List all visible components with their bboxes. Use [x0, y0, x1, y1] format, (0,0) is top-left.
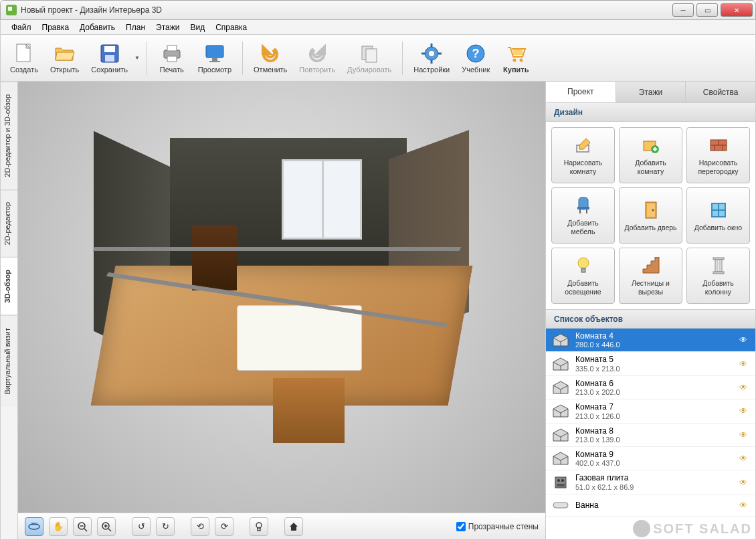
orbit-left-button[interactable]: ⟲ — [191, 517, 209, 536]
object-name: Ванна — [575, 501, 739, 510]
menu-add[interactable]: Добавить — [74, 21, 120, 33]
app-icon — [6, 5, 17, 15]
object-text: Ванна — [575, 501, 739, 510]
vtab-3d[interactable]: 3D-обзор — [1, 257, 17, 315]
visibility-eye-icon[interactable]: 👁 — [739, 478, 750, 487]
object-row[interactable]: Комната 6213.0 x 202.0👁 — [546, 376, 755, 399]
visibility-eye-icon[interactable]: 👁 — [739, 406, 750, 416]
create-button[interactable]: Создать — [6, 40, 42, 76]
minimize-button[interactable]: ─ — [672, 3, 694, 17]
vtab-2d[interactable]: 2D-редактор — [1, 189, 17, 257]
visibility-eye-icon[interactable]: 👁 — [739, 430, 750, 440]
object-text: Комната 5335.0 x 213.0 — [575, 355, 739, 372]
tutorial-button[interactable]: ? Учебник — [458, 40, 494, 76]
stairs-cutouts-button[interactable]: Лестницы и вырезы — [619, 248, 682, 304]
orbit-360-button[interactable]: 360 — [25, 517, 43, 536]
vtab-2d-3d[interactable]: 2D-редактор и 3D-обзор — [1, 82, 17, 189]
menu-file[interactable]: Файл — [6, 21, 37, 33]
visibility-eye-icon[interactable]: 👁 — [739, 335, 750, 345]
folder-open-icon — [54, 43, 76, 64]
menu-view[interactable]: Вид — [185, 21, 210, 33]
rotate-ccw-button[interactable]: ↺ — [132, 517, 151, 536]
add-furniture-button[interactable]: Добавить мебель — [551, 187, 615, 244]
object-dimensions: 213.0 x 139.0 — [575, 436, 739, 444]
visibility-eye-icon[interactable]: 👁 — [739, 454, 750, 463]
svg-point-20 — [513, 58, 516, 62]
object-list[interactable]: Комната 4280.0 x 446.0👁Комната 5335.0 x … — [546, 329, 755, 539]
toolbar-separator — [147, 41, 147, 75]
pan-button[interactable]: ✋ — [49, 517, 68, 536]
svg-text:360: 360 — [31, 522, 38, 526]
menu-floors[interactable]: Этажи — [151, 21, 185, 33]
transparent-walls-input[interactable] — [456, 522, 466, 531]
object-row[interactable]: Газовая плита51.0 x 62.1 x 86.9👁 — [546, 470, 755, 494]
object-row[interactable]: Комната 5335.0 x 213.0👁 — [546, 352, 755, 375]
add-door-button[interactable]: Добавить дверь — [619, 187, 682, 244]
draw-partition-button[interactable]: Нарисовать перегородку — [686, 127, 750, 183]
lighting-button[interactable] — [250, 517, 268, 536]
object-text: Газовая плита51.0 x 62.1 x 86.9 — [575, 473, 739, 490]
window-icon — [708, 199, 729, 221]
add-room-button[interactable]: Добавить комнату — [619, 127, 682, 183]
add-window-button[interactable]: Добавить окно — [686, 187, 750, 244]
svg-rect-22 — [513, 50, 523, 55]
orbit-right-button[interactable]: ⟳ — [215, 517, 233, 536]
brick-wall-icon — [708, 134, 729, 156]
svg-rect-56 — [715, 260, 722, 272]
buy-button[interactable]: Купить — [498, 40, 534, 76]
vtab-virtual[interactable]: Виртуальный визит — [1, 315, 17, 407]
save-dropdown-icon[interactable]: ▼ — [134, 55, 140, 61]
close-button[interactable]: ✕ — [721, 3, 753, 17]
svg-rect-59 — [713, 272, 724, 274]
zoom-out-button[interactable] — [73, 517, 92, 536]
main-area: 2D-редактор и 3D-обзор 2D-редактор 3D-об… — [0, 82, 756, 540]
visibility-eye-icon[interactable]: 👁 — [739, 383, 750, 392]
save-button[interactable]: Сохранить — [87, 40, 132, 76]
rotate-cw-button[interactable]: ↻ — [156, 517, 175, 536]
svg-rect-3 — [105, 55, 114, 62]
object-row[interactable]: Комната 4280.0 x 446.0👁 — [546, 329, 755, 352]
duplicate-button[interactable]: Дублировать — [343, 40, 395, 76]
menu-edit[interactable]: Правка — [37, 21, 75, 33]
preview-button[interactable]: Просмотр — [194, 40, 235, 76]
svg-rect-11 — [366, 49, 377, 62]
undo-button[interactable]: Отменить — [250, 40, 291, 76]
menu-help[interactable]: Справка — [210, 21, 252, 33]
object-icon — [551, 379, 570, 395]
object-row[interactable]: Комната 9402.0 x 437.0👁 — [546, 447, 755, 470]
open-button[interactable]: Открыть — [46, 40, 83, 76]
svg-rect-5 — [167, 46, 177, 51]
redo-button[interactable]: Повторить — [295, 40, 339, 76]
object-row[interactable]: Комната 7213.0 x 126.0👁 — [546, 399, 755, 423]
pencil-room-icon — [573, 134, 594, 156]
object-row[interactable]: Комната 8213.0 x 139.0👁 — [546, 424, 755, 447]
object-row[interactable]: Ванна👁 — [546, 494, 755, 517]
add-column-button[interactable]: Добавить колонну — [686, 248, 750, 304]
transparent-walls-checkbox[interactable]: Прозрачные стены — [456, 522, 539, 531]
tab-properties[interactable]: Свойства — [686, 82, 755, 102]
design-tools-grid: Нарисовать комнату Добавить комнату Нари… — [546, 122, 755, 310]
svg-rect-63 — [557, 484, 565, 486]
svg-rect-6 — [167, 56, 177, 62]
tab-floors[interactable]: Этажи — [616, 82, 686, 102]
zoom-in-button[interactable] — [97, 517, 116, 536]
main-toolbar: Создать Открыть Сохранить ▼ Печать Просм… — [0, 35, 756, 82]
visibility-eye-icon[interactable]: 👁 — [739, 359, 750, 369]
object-dimensions: 335.0 x 213.0 — [575, 365, 739, 373]
svg-line-29 — [108, 529, 111, 531]
maximize-button[interactable]: ▭ — [696, 3, 718, 17]
settings-button[interactable]: Настройки — [409, 40, 454, 76]
object-name: Комната 6 — [575, 379, 739, 388]
print-button[interactable]: Печать — [154, 40, 190, 76]
duplicate-icon — [359, 43, 380, 64]
home-view-button[interactable] — [284, 517, 303, 536]
window-buttons: ─ ▭ ✕ — [672, 3, 755, 17]
draw-room-button[interactable]: Нарисовать комнату — [551, 127, 615, 183]
3d-viewport[interactable] — [18, 82, 545, 513]
object-dimensions: 280.0 x 446.0 — [575, 341, 739, 349]
menu-plan[interactable]: План — [120, 21, 151, 33]
tab-project[interactable]: Проект — [546, 82, 616, 102]
add-lighting-button[interactable]: Добавить освещение — [551, 248, 615, 304]
visibility-eye-icon[interactable]: 👁 — [739, 501, 750, 510]
svg-point-49 — [652, 209, 654, 211]
